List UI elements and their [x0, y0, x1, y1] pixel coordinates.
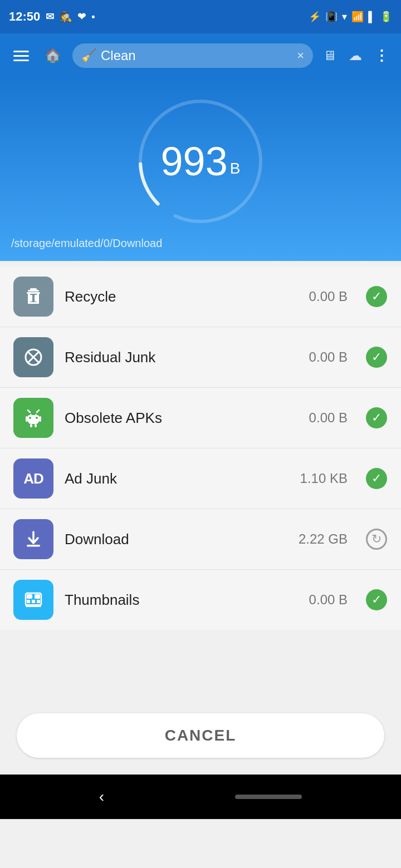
- content-spacer: [0, 635, 401, 702]
- action-bar: CANCEL: [0, 702, 401, 775]
- svg-rect-3: [30, 288, 37, 290]
- status-bar: 12:50 ✉ 🕵 ❤ • ⚡ 📳 ▾ 📶 ▌ 🔋: [0, 0, 401, 33]
- battery-icon: 🔋: [380, 11, 392, 23]
- menu-button[interactable]: [9, 46, 33, 66]
- list-item[interactable]: AD Ad Junk 1.10 KB ✓: [0, 448, 401, 509]
- ad-junk-label: Ad Junk: [65, 470, 289, 487]
- svg-point-25: [36, 417, 38, 419]
- svg-rect-6: [37, 293, 39, 303]
- obsolete-apks-size: 0.00 B: [309, 410, 348, 426]
- thumbnails-icon: [13, 580, 53, 620]
- residual-junk-status: ✓: [365, 346, 388, 368]
- clean-tab-label: Clean: [101, 48, 136, 63]
- monitor-button[interactable]: 🖥: [320, 45, 340, 67]
- home-pill[interactable]: [235, 795, 302, 799]
- hero-section: 993B /storage/emulated/0/Download: [0, 78, 401, 261]
- list-item[interactable]: Download 2.22 GB ↻: [0, 509, 401, 570]
- thumbnails-label: Thumbnails: [65, 591, 298, 609]
- check-icon: ✓: [366, 347, 387, 368]
- wifi-icon2: 📶: [351, 11, 364, 23]
- clean-tab-close[interactable]: ×: [297, 48, 304, 63]
- svg-line-19: [37, 410, 39, 412]
- residual-junk-size: 0.00 B: [309, 349, 348, 365]
- messenger-icon: 🕵: [60, 11, 72, 23]
- download-size: 2.22 GB: [299, 531, 348, 547]
- svg-rect-26: [27, 545, 40, 547]
- svg-point-0: [134, 95, 267, 228]
- status-right: ⚡ 📳 ▾ 📶 ▌ 🔋: [309, 11, 392, 23]
- residual-junk-label: Residual Junk: [65, 349, 298, 366]
- signal-icon: ▌: [368, 11, 375, 23]
- check-icon: ✓: [366, 589, 387, 610]
- obsolete-apks-icon: [13, 398, 53, 438]
- ad-junk-status: ✓: [365, 467, 388, 490]
- more-button[interactable]: ⋮: [371, 44, 392, 68]
- svg-rect-7: [28, 302, 39, 304]
- header-right: 🖥 ☁ ⋮: [320, 44, 392, 68]
- cancel-button[interactable]: CANCEL: [17, 713, 384, 758]
- nav-bar: ‹: [0, 775, 401, 819]
- cloud-button[interactable]: ☁: [345, 45, 365, 67]
- clean-tab-icon: 🧹: [81, 48, 96, 63]
- wifi-icon: ▾: [342, 11, 347, 23]
- download-label: Download: [65, 531, 287, 548]
- list-item[interactable]: Thumbnails 0.00 B ✓: [0, 570, 401, 630]
- svg-rect-22: [30, 424, 32, 427]
- status-time: 12:50 ✉ 🕵 ❤ •: [9, 9, 95, 24]
- recycle-label: Recycle: [65, 288, 298, 305]
- svg-point-24: [29, 417, 31, 419]
- svg-rect-23: [35, 424, 37, 427]
- ad-junk-size: 1.10 KB: [300, 471, 348, 486]
- residual-junk-icon: [13, 337, 53, 377]
- download-icon: [13, 519, 53, 559]
- gmail-icon: ✉: [46, 11, 54, 23]
- thumbnails-status: ✓: [365, 589, 388, 611]
- ad-junk-icon: AD: [13, 458, 53, 499]
- back-button[interactable]: ‹: [99, 788, 104, 806]
- svg-rect-32: [32, 600, 35, 603]
- refresh-icon[interactable]: ↻: [366, 529, 387, 550]
- svg-rect-21: [39, 416, 41, 422]
- svg-rect-31: [27, 600, 30, 603]
- list-item[interactable]: Obsolete APKs 0.00 B ✓: [0, 388, 401, 448]
- clean-tab[interactable]: 🧹 Clean ×: [72, 43, 313, 68]
- category-list: Recycle 0.00 B ✓ Residual Junk 0.00 B ✓: [0, 261, 401, 635]
- dot-icon: •: [91, 11, 95, 23]
- download-status[interactable]: ↻: [365, 528, 388, 550]
- list-item[interactable]: Residual Junk 0.00 B ✓: [0, 327, 401, 388]
- health-icon: ❤: [77, 11, 86, 23]
- thumbnails-size: 0.00 B: [309, 592, 348, 608]
- svg-rect-30: [35, 594, 40, 599]
- svg-line-18: [28, 410, 30, 412]
- bluetooth-icon: ⚡: [309, 11, 321, 23]
- check-icon: ✓: [366, 468, 387, 489]
- svg-rect-15: [28, 415, 39, 424]
- vibrate-icon: 📳: [325, 11, 338, 23]
- recycle-size: 0.00 B: [309, 289, 348, 304]
- svg-rect-9: [35, 295, 37, 302]
- svg-rect-8: [30, 295, 32, 302]
- storage-path: /storage/emulated/0/Download: [0, 237, 162, 250]
- time-label: 12:50: [9, 9, 40, 24]
- check-icon: ✓: [366, 407, 387, 428]
- home-button[interactable]: 🏠: [40, 43, 66, 68]
- svg-rect-33: [37, 600, 40, 603]
- svg-rect-29: [27, 594, 32, 599]
- svg-point-1: [134, 95, 267, 228]
- svg-rect-28: [26, 604, 41, 607]
- recycle-status: ✓: [365, 285, 388, 308]
- svg-rect-5: [28, 293, 30, 303]
- check-icon: ✓: [366, 286, 387, 307]
- obsolete-apks-label: Obsolete APKs: [65, 410, 298, 427]
- recycle-icon: [13, 277, 53, 317]
- svg-rect-20: [26, 416, 28, 422]
- app-header: 🏠 🧹 Clean × 🖥 ☁ ⋮: [0, 33, 401, 78]
- list-item[interactable]: Recycle 0.00 B ✓: [0, 267, 401, 327]
- obsolete-apks-status: ✓: [365, 407, 388, 429]
- storage-circle: 993B: [134, 95, 267, 228]
